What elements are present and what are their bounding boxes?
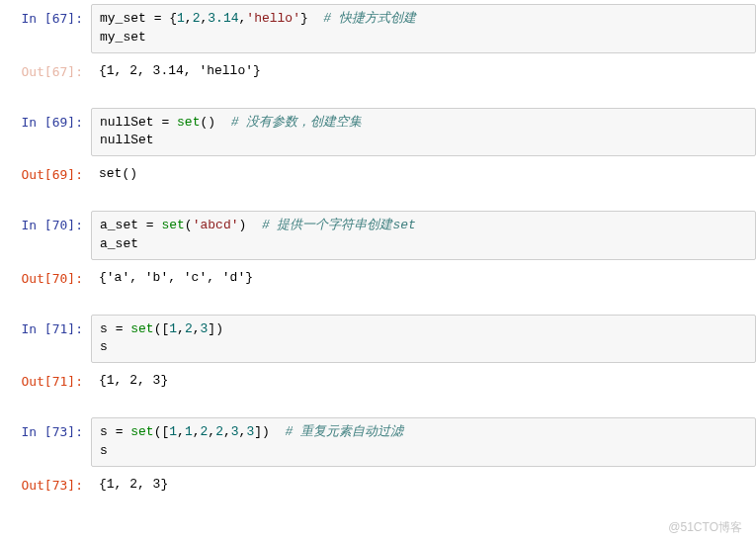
code-token: 'abcd' — [193, 218, 239, 232]
output-prompt: Out[73]: — [0, 471, 91, 501]
output-text: {'a', 'b', 'c', 'd'} — [91, 264, 756, 293]
code-token: ) — [238, 218, 261, 232]
code-token: , — [223, 424, 231, 439]
code-token: { — [161, 11, 177, 26]
code-token: a_set — [100, 218, 138, 232]
code-token: ( — [185, 218, 193, 232]
output-text: {1, 2, 3} — [91, 367, 756, 396]
output-cell: Out[73]:{1, 2, 3} — [0, 471, 756, 501]
cell-gap — [0, 402, 756, 417]
input-prompt: In [73]: — [0, 417, 91, 448]
output-prompt: Out[67]: — [0, 57, 91, 88]
code-token: ([ — [154, 424, 170, 439]
code-token — [108, 321, 116, 336]
code-token: my_set — [100, 30, 146, 45]
output-text: {1, 2, 3.14, 'hello'} — [91, 57, 756, 86]
code-token: 3 — [231, 424, 239, 439]
code-token: , — [177, 424, 185, 439]
output-cell: Out[70]:{'a', 'b', 'c', 'd'} — [0, 264, 756, 295]
code-token — [146, 11, 154, 26]
output-cell: Out[69]:set() — [0, 160, 756, 191]
code-token: 1 — [185, 424, 193, 439]
code-token: , — [185, 11, 193, 26]
input-cell: In [71]:s = set([1,2,3]) s — [0, 315, 756, 364]
input-code[interactable]: s = set([1,1,2,2,3,3]) # 重复元素自动过滤 s — [91, 417, 756, 467]
output-prompt: Out[70]: — [0, 264, 91, 295]
code-token: = — [146, 218, 154, 232]
code-token: a_set — [100, 236, 138, 251]
input-prompt: In [70]: — [0, 211, 91, 241]
input-cell: In [73]:s = set([1,1,2,2,3,3]) # 重复元素自动过… — [0, 417, 756, 467]
code-token: , — [193, 321, 201, 336]
code-token — [108, 424, 116, 439]
code-token: set — [130, 321, 153, 336]
input-cell: In [70]:a_set = set('abcd') # 提供一个字符串创建s… — [0, 211, 756, 260]
code-token: 2 — [215, 424, 223, 439]
input-cell: In [67]:my_set = {1,2,3.14,'hello'} # 快捷… — [0, 4, 756, 53]
code-token: ([ — [154, 321, 170, 336]
code-token: # 没有参数，创建空集 — [231, 115, 363, 130]
cell-gap — [0, 195, 756, 211]
code-token: set — [130, 424, 153, 439]
code-token: () — [200, 115, 230, 130]
input-code[interactable]: s = set([1,2,3]) s — [91, 315, 756, 364]
input-cell: In [69]:nullSet = set() # 没有参数，创建空集 null… — [0, 108, 756, 157]
code-token: set — [177, 115, 200, 130]
code-token: } — [300, 11, 323, 26]
code-token: 1 — [177, 11, 185, 26]
input-prompt: In [69]: — [0, 108, 91, 138]
output-cell: Out[71]:{1, 2, 3} — [0, 367, 756, 398]
code-token: , — [208, 424, 215, 439]
code-token: nullSet — [100, 115, 154, 130]
output-prompt: Out[69]: — [0, 160, 91, 191]
input-prompt: In [67]: — [0, 4, 91, 35]
code-token: 'hello' — [246, 11, 300, 26]
code-token: , — [177, 321, 185, 336]
code-token: # 提供一个字符串创建set — [262, 218, 416, 232]
cell-gap — [0, 92, 756, 108]
code-token: 1 — [169, 424, 177, 439]
code-token: s — [100, 339, 108, 354]
code-token: # 重复元素自动过滤 — [285, 424, 403, 439]
code-token: 3.14 — [208, 11, 238, 26]
code-token: # 快捷方式创建 — [323, 11, 416, 26]
code-token: s — [100, 424, 108, 439]
code-token: ]) — [254, 424, 285, 439]
cell-gap — [0, 299, 756, 315]
code-token — [138, 218, 146, 232]
input-code[interactable]: my_set = {1,2,3.14,'hello'} # 快捷方式创建 my_… — [91, 4, 756, 53]
output-cell: Out[67]:{1, 2, 3.14, 'hello'} — [0, 57, 756, 88]
input-code[interactable]: nullSet = set() # 没有参数，创建空集 nullSet — [91, 108, 756, 157]
input-prompt: In [71]: — [0, 315, 91, 345]
code-token: set — [161, 218, 184, 232]
code-token: nullSet — [100, 133, 154, 147]
code-token: 1 — [169, 321, 177, 336]
code-token: , — [193, 424, 201, 439]
code-token: 2 — [185, 321, 193, 336]
code-token: my_set — [100, 11, 146, 26]
code-token: ]) — [208, 321, 223, 336]
code-token: s — [100, 321, 108, 336]
output-text: set() — [91, 160, 756, 189]
input-code[interactable]: a_set = set('abcd') # 提供一个字符串创建set a_set — [91, 211, 756, 260]
output-prompt: Out[71]: — [0, 367, 91, 398]
watermark: @51CTO博客 — [668, 519, 742, 536]
notebook-view: In [67]:my_set = {1,2,3.14,'hello'} # 快捷… — [0, 0, 756, 544]
code-token: s — [100, 443, 108, 458]
code-token — [169, 115, 177, 130]
output-text: {1, 2, 3} — [91, 471, 756, 499]
